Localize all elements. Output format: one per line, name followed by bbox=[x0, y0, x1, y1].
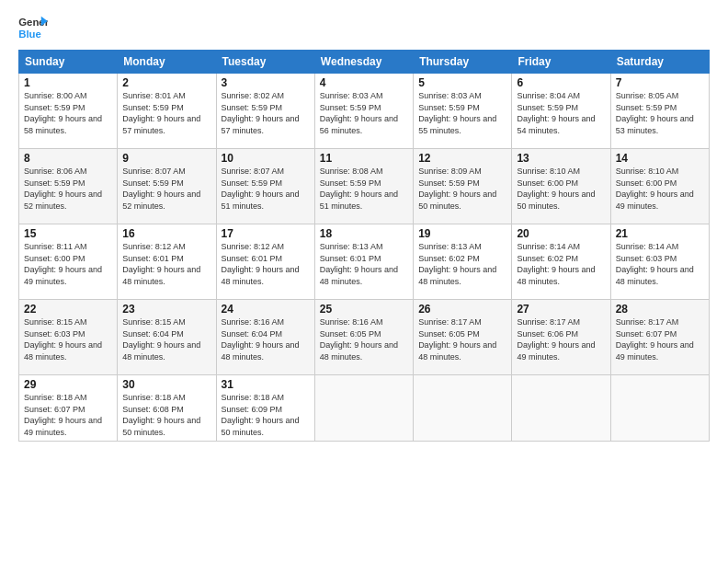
day-number: 22 bbox=[24, 303, 112, 316]
day-number: 3 bbox=[222, 76, 310, 89]
calendar-cell bbox=[512, 375, 610, 442]
day-info: Sunrise: 8:15 AMSunset: 6:03 PMDaylight:… bbox=[24, 316, 112, 362]
day-info: Sunrise: 8:09 AMSunset: 5:59 PMDaylight:… bbox=[418, 166, 506, 212]
day-info: Sunrise: 8:14 AMSunset: 6:03 PMDaylight:… bbox=[616, 241, 704, 287]
weekday-header-saturday: Saturday bbox=[610, 51, 709, 74]
calendar-cell: 11Sunrise: 8:08 AMSunset: 5:59 PMDayligh… bbox=[314, 149, 413, 224]
calendar-cell: 30Sunrise: 8:18 AMSunset: 6:08 PMDayligh… bbox=[118, 375, 216, 442]
day-number: 2 bbox=[122, 76, 210, 89]
day-number: 9 bbox=[122, 152, 210, 165]
day-info: Sunrise: 8:17 AMSunset: 6:07 PMDaylight:… bbox=[616, 316, 704, 362]
day-info: Sunrise: 8:05 AMSunset: 5:59 PMDaylight:… bbox=[616, 90, 704, 136]
day-number: 16 bbox=[122, 227, 210, 240]
day-info: Sunrise: 8:12 AMSunset: 6:01 PMDaylight:… bbox=[222, 241, 310, 287]
day-number: 18 bbox=[320, 227, 408, 240]
day-info: Sunrise: 8:10 AMSunset: 6:00 PMDaylight:… bbox=[517, 166, 605, 212]
calendar-cell: 7Sunrise: 8:05 AMSunset: 5:59 PMDaylight… bbox=[610, 74, 709, 149]
calendar-cell: 16Sunrise: 8:12 AMSunset: 6:01 PMDayligh… bbox=[118, 224, 216, 300]
day-number: 6 bbox=[517, 76, 605, 89]
day-number: 14 bbox=[616, 152, 704, 165]
day-number: 21 bbox=[616, 227, 704, 240]
day-info: Sunrise: 8:11 AMSunset: 6:00 PMDaylight:… bbox=[24, 241, 112, 287]
weekday-header-row: SundayMondayTuesdayWednesdayThursdayFrid… bbox=[19, 51, 710, 74]
weekday-header-tuesday: Tuesday bbox=[216, 51, 314, 74]
calendar-cell: 25Sunrise: 8:16 AMSunset: 6:05 PMDayligh… bbox=[314, 300, 413, 375]
day-info: Sunrise: 8:08 AMSunset: 5:59 PMDaylight:… bbox=[320, 166, 408, 212]
day-info: Sunrise: 8:07 AMSunset: 5:59 PMDaylight:… bbox=[122, 166, 210, 212]
day-number: 4 bbox=[320, 76, 408, 89]
day-info: Sunrise: 8:17 AMSunset: 6:06 PMDaylight:… bbox=[517, 316, 605, 362]
calendar-cell: 9Sunrise: 8:07 AMSunset: 5:59 PMDaylight… bbox=[118, 149, 216, 224]
calendar-cell: 3Sunrise: 8:02 AMSunset: 5:59 PMDaylight… bbox=[216, 74, 314, 149]
svg-text:Blue: Blue bbox=[18, 29, 41, 40]
day-info: Sunrise: 8:14 AMSunset: 6:02 PMDaylight:… bbox=[517, 241, 605, 287]
logo-icon: General Blue bbox=[18, 15, 48, 40]
weekday-header-thursday: Thursday bbox=[414, 51, 512, 74]
day-info: Sunrise: 8:10 AMSunset: 6:00 PMDaylight:… bbox=[616, 166, 704, 212]
day-info: Sunrise: 8:13 AMSunset: 6:02 PMDaylight:… bbox=[418, 241, 506, 287]
day-info: Sunrise: 8:04 AMSunset: 5:59 PMDaylight:… bbox=[517, 90, 605, 136]
calendar-cell: 17Sunrise: 8:12 AMSunset: 6:01 PMDayligh… bbox=[216, 224, 314, 300]
calendar-cell: 22Sunrise: 8:15 AMSunset: 6:03 PMDayligh… bbox=[19, 300, 118, 375]
day-number: 25 bbox=[320, 303, 408, 316]
weekday-header-friday: Friday bbox=[512, 51, 610, 74]
day-info: Sunrise: 8:17 AMSunset: 6:05 PMDaylight:… bbox=[418, 316, 506, 362]
calendar-cell: 18Sunrise: 8:13 AMSunset: 6:01 PMDayligh… bbox=[314, 224, 413, 300]
day-number: 11 bbox=[320, 152, 408, 165]
day-number: 13 bbox=[517, 152, 605, 165]
day-info: Sunrise: 8:06 AMSunset: 5:59 PMDaylight:… bbox=[24, 166, 112, 212]
calendar-cell: 10Sunrise: 8:07 AMSunset: 5:59 PMDayligh… bbox=[216, 149, 314, 224]
day-number: 7 bbox=[616, 76, 704, 89]
day-number: 12 bbox=[418, 152, 506, 165]
calendar-cell bbox=[314, 375, 413, 442]
day-number: 19 bbox=[418, 227, 506, 240]
day-number: 29 bbox=[24, 378, 112, 391]
calendar-cell: 19Sunrise: 8:13 AMSunset: 6:02 PMDayligh… bbox=[414, 224, 512, 300]
day-number: 27 bbox=[517, 303, 605, 316]
calendar-cell: 5Sunrise: 8:03 AMSunset: 5:59 PMDaylight… bbox=[414, 74, 512, 149]
day-info: Sunrise: 8:03 AMSunset: 5:59 PMDaylight:… bbox=[320, 90, 408, 136]
day-number: 10 bbox=[222, 152, 310, 165]
calendar-cell: 24Sunrise: 8:16 AMSunset: 6:04 PMDayligh… bbox=[216, 300, 314, 375]
calendar-cell bbox=[414, 375, 512, 442]
calendar-cell: 31Sunrise: 8:18 AMSunset: 6:09 PMDayligh… bbox=[216, 375, 314, 442]
calendar-cell: 26Sunrise: 8:17 AMSunset: 6:05 PMDayligh… bbox=[414, 300, 512, 375]
day-info: Sunrise: 8:02 AMSunset: 5:59 PMDaylight:… bbox=[222, 90, 310, 136]
calendar-cell: 21Sunrise: 8:14 AMSunset: 6:03 PMDayligh… bbox=[610, 224, 709, 300]
weekday-header-wednesday: Wednesday bbox=[314, 51, 413, 74]
calendar-cell: 27Sunrise: 8:17 AMSunset: 6:06 PMDayligh… bbox=[512, 300, 610, 375]
day-info: Sunrise: 8:16 AMSunset: 6:05 PMDaylight:… bbox=[320, 316, 408, 362]
calendar-cell: 23Sunrise: 8:15 AMSunset: 6:04 PMDayligh… bbox=[118, 300, 216, 375]
day-number: 23 bbox=[122, 303, 210, 316]
logo: General Blue bbox=[18, 15, 48, 40]
calendar-cell: 13Sunrise: 8:10 AMSunset: 6:00 PMDayligh… bbox=[512, 149, 610, 224]
calendar-table: SundayMondayTuesdayWednesdayThursdayFrid… bbox=[18, 50, 710, 442]
calendar-cell: 1Sunrise: 8:00 AMSunset: 5:59 PMDaylight… bbox=[19, 74, 118, 149]
day-number: 20 bbox=[517, 227, 605, 240]
day-number: 26 bbox=[418, 303, 506, 316]
day-number: 5 bbox=[418, 76, 506, 89]
calendar-cell: 6Sunrise: 8:04 AMSunset: 5:59 PMDaylight… bbox=[512, 74, 610, 149]
day-number: 15 bbox=[24, 227, 112, 240]
day-info: Sunrise: 8:18 AMSunset: 6:07 PMDaylight:… bbox=[24, 392, 112, 438]
day-info: Sunrise: 8:03 AMSunset: 5:59 PMDaylight:… bbox=[418, 90, 506, 136]
day-info: Sunrise: 8:07 AMSunset: 5:59 PMDaylight:… bbox=[222, 166, 310, 212]
day-info: Sunrise: 8:00 AMSunset: 5:59 PMDaylight:… bbox=[24, 90, 112, 136]
calendar-cell: 29Sunrise: 8:18 AMSunset: 6:07 PMDayligh… bbox=[19, 375, 118, 442]
day-info: Sunrise: 8:16 AMSunset: 6:04 PMDaylight:… bbox=[222, 316, 310, 362]
calendar-cell bbox=[610, 375, 709, 442]
calendar-cell: 12Sunrise: 8:09 AMSunset: 5:59 PMDayligh… bbox=[414, 149, 512, 224]
calendar-cell: 15Sunrise: 8:11 AMSunset: 6:00 PMDayligh… bbox=[19, 224, 118, 300]
weekday-header-sunday: Sunday bbox=[19, 51, 118, 74]
day-number: 30 bbox=[122, 378, 210, 391]
day-number: 8 bbox=[24, 152, 112, 165]
calendar-cell: 28Sunrise: 8:17 AMSunset: 6:07 PMDayligh… bbox=[610, 300, 709, 375]
calendar-cell: 8Sunrise: 8:06 AMSunset: 5:59 PMDaylight… bbox=[19, 149, 118, 224]
day-info: Sunrise: 8:15 AMSunset: 6:04 PMDaylight:… bbox=[122, 316, 210, 362]
day-number: 31 bbox=[222, 378, 310, 391]
calendar-cell: 4Sunrise: 8:03 AMSunset: 5:59 PMDaylight… bbox=[314, 74, 413, 149]
day-info: Sunrise: 8:13 AMSunset: 6:01 PMDaylight:… bbox=[320, 241, 408, 287]
calendar-cell: 2Sunrise: 8:01 AMSunset: 5:59 PMDaylight… bbox=[118, 74, 216, 149]
day-number: 24 bbox=[222, 303, 310, 316]
day-info: Sunrise: 8:18 AMSunset: 6:09 PMDaylight:… bbox=[222, 392, 310, 438]
